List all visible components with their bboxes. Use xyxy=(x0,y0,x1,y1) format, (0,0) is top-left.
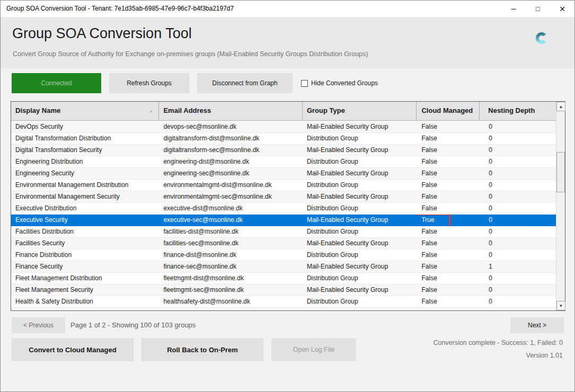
cell-email-address: facilities-dist@msonline.dk xyxy=(159,226,302,237)
table-row[interactable]: Environmental Management Distribution en… xyxy=(11,180,556,191)
sort-ascending-icon: ▲ xyxy=(149,102,154,120)
cell-nesting-depth: 0 xyxy=(480,215,556,226)
cell-email-address: healthsafety-dist@msonline.dk xyxy=(159,296,302,307)
cell-display-name: Engineering Distribution xyxy=(11,156,159,167)
cell-nesting-depth: 0 xyxy=(480,180,556,191)
cell-nesting-depth: 0 xyxy=(480,226,556,237)
page-subtitle: Convert Group Source of Authority for Ex… xyxy=(13,50,368,58)
cell-display-name: Executive Distribution xyxy=(11,203,159,214)
groups-table: Display Name ▲ Email Address Group Type … xyxy=(11,101,565,311)
table-row[interactable]: Health & Safety Security healthsafety-se… xyxy=(11,308,556,310)
table-row[interactable]: Finance Security finance-sec@msonline.dk… xyxy=(11,261,556,273)
cell-cloud-managed: False xyxy=(417,284,480,296)
open-log-file-button[interactable]: Open Log File xyxy=(271,338,356,361)
cell-email-address: digitaltransform-sec@msonline.dk xyxy=(159,145,302,156)
cell-nesting-depth: 0 xyxy=(480,273,556,284)
cell-cloud-managed: False xyxy=(417,121,480,132)
cell-group-type: Distribution Group xyxy=(303,133,417,144)
scroll-up-icon[interactable]: ▲ xyxy=(556,102,565,111)
app-header: Group SOA Conversion Tool Convert Group … xyxy=(1,17,574,68)
cell-group-type: Mail-Enabled Security Group xyxy=(303,308,417,310)
table-header-row: Display Name ▲ Email Address Group Type … xyxy=(11,102,556,121)
table-row[interactable]: Health & Safety Distribution healthsafet… xyxy=(11,296,556,308)
cell-cloud-managed: False xyxy=(417,180,480,191)
cell-display-name: Environmental Management Distribution xyxy=(11,180,159,191)
cell-group-type: Distribution Group xyxy=(303,226,417,237)
cell-display-name: Engineering Security xyxy=(11,168,159,179)
table-row[interactable]: Executive Distribution executive-dist@ms… xyxy=(11,203,556,215)
hide-converted-groups-control: Hide Converted Groups xyxy=(301,79,378,87)
vertical-scrollbar[interactable]: ▲ ▼ xyxy=(556,102,565,310)
cell-nesting-depth: 0 xyxy=(480,284,556,296)
table-row[interactable]: Digital Transformation Distribution digi… xyxy=(11,133,556,145)
cell-display-name: Digital Transformation Distribution xyxy=(11,133,159,144)
cell-email-address: environmentalmgmt-dist@msonline.dk xyxy=(159,180,302,191)
table-row[interactable]: Engineering Distribution engineering-dis… xyxy=(11,156,556,168)
app-window: Group SOA Conversion Tool - Tenant: 7e1d… xyxy=(0,0,575,392)
cell-email-address: facilities-sec@msonline.dk xyxy=(159,238,302,249)
cell-group-type: Distribution Group xyxy=(303,273,417,284)
cell-cloud-managed: False xyxy=(417,203,480,214)
close-icon[interactable]: ✕ xyxy=(550,1,574,17)
scroll-down-icon[interactable]: ▼ xyxy=(556,301,565,310)
previous-page-button[interactable]: < Previous xyxy=(12,317,65,333)
hide-converted-groups-checkbox[interactable] xyxy=(301,80,308,87)
cell-email-address: finance-dist@msonline.dk xyxy=(159,250,302,261)
cell-display-name: Environmental Management Security xyxy=(11,191,159,202)
cell-nesting-depth: 0 xyxy=(480,133,556,144)
cell-group-type: Distribution Group xyxy=(303,156,417,167)
cell-group-type: Mail-Enabled Security Group xyxy=(303,284,417,296)
next-page-button[interactable]: Next > xyxy=(510,317,564,333)
roll-back-to-on-prem-button[interactable]: Roll Back to On-Prem xyxy=(141,338,263,361)
column-header-nesting-depth[interactable]: Nesting Depth xyxy=(480,102,556,120)
grid-body: DevOps Security devops-sec@msonline.dk M… xyxy=(11,121,556,310)
cell-cloud-managed: False xyxy=(417,133,480,144)
cell-cloud-managed: True xyxy=(417,215,480,226)
cell-display-name: Facilities Distribution xyxy=(11,226,159,237)
table-row[interactable]: Digital Transformation Security digitalt… xyxy=(11,145,556,156)
column-header-group-type[interactable]: Group Type xyxy=(303,102,417,120)
cell-group-type: Mail-Enabled Security Group xyxy=(303,238,417,249)
disconnect-from-graph-button[interactable]: Disconnect from Graph xyxy=(197,73,293,93)
cell-display-name: DevOps Security xyxy=(11,121,159,132)
window-controls: ─ □ ✕ xyxy=(501,1,574,17)
column-header-cloud-managed[interactable]: Cloud Managed xyxy=(417,102,480,120)
cell-nesting-depth: 0 xyxy=(480,250,556,261)
cell-cloud-managed: False xyxy=(417,250,480,261)
cell-email-address: environmentalmgmt-sec@msonline.dk xyxy=(159,191,302,202)
table-row[interactable]: Finance Distribution finance-dist@msonli… xyxy=(11,250,556,261)
table-row[interactable]: DevOps Security devops-sec@msonline.dk M… xyxy=(11,121,556,133)
cell-email-address: fleetmgmt-dist@msonline.dk xyxy=(159,273,302,284)
loading-spinner-icon xyxy=(535,31,549,45)
cell-display-name: Finance Security xyxy=(11,261,159,272)
cell-nesting-depth: 0 xyxy=(480,203,556,214)
cell-display-name: Fleet Management Distribution xyxy=(11,273,159,284)
conversion-status-text: Conversion complete - Success: 1, Failed… xyxy=(433,339,563,346)
cell-display-name: Fleet Management Security xyxy=(11,284,159,296)
cell-cloud-managed: False xyxy=(417,168,480,179)
maximize-icon[interactable]: □ xyxy=(526,1,550,17)
hide-converted-groups-label[interactable]: Hide Converted Groups xyxy=(311,79,378,87)
minimize-icon[interactable]: ─ xyxy=(501,1,526,17)
table-row[interactable]: Fleet Management Distribution fleetmgmt-… xyxy=(11,273,556,284)
refresh-groups-button[interactable]: Refresh Groups xyxy=(109,73,189,93)
cell-nesting-depth: 0 xyxy=(480,308,556,310)
cell-cloud-managed: False xyxy=(417,308,480,310)
column-header-email-address[interactable]: Email Address xyxy=(159,102,302,120)
cell-nesting-depth: 0 xyxy=(480,191,556,202)
window-title: Group SOA Conversion Tool - Tenant: 7e1d… xyxy=(6,1,234,17)
cell-nesting-depth: 1 xyxy=(480,261,556,272)
table-row[interactable]: Environmental Management Security enviro… xyxy=(11,191,556,203)
cell-group-type: Distribution Group xyxy=(303,250,417,261)
convert-to-cloud-managed-button[interactable]: Convert to Cloud Managed xyxy=(12,338,134,361)
table-row[interactable]: Fleet Management Security fleetmgmt-sec@… xyxy=(11,284,556,296)
table-row[interactable]: Engineering Security engineering-sec@mso… xyxy=(11,168,556,180)
table-row[interactable]: Facilities Distribution facilities-dist@… xyxy=(11,226,556,238)
connected-status-button[interactable]: Connected xyxy=(12,73,101,93)
table-row[interactable]: Executive Security executive-sec@msonlin… xyxy=(11,215,556,226)
table-row[interactable]: Facilities Security facilities-sec@msonl… xyxy=(11,238,556,250)
title-bar: Group SOA Conversion Tool - Tenant: 7e1d… xyxy=(1,1,574,17)
cell-nesting-depth: 0 xyxy=(480,238,556,249)
column-header-display-name[interactable]: Display Name ▲ xyxy=(11,102,159,120)
scrollbar-thumb[interactable] xyxy=(556,152,565,192)
